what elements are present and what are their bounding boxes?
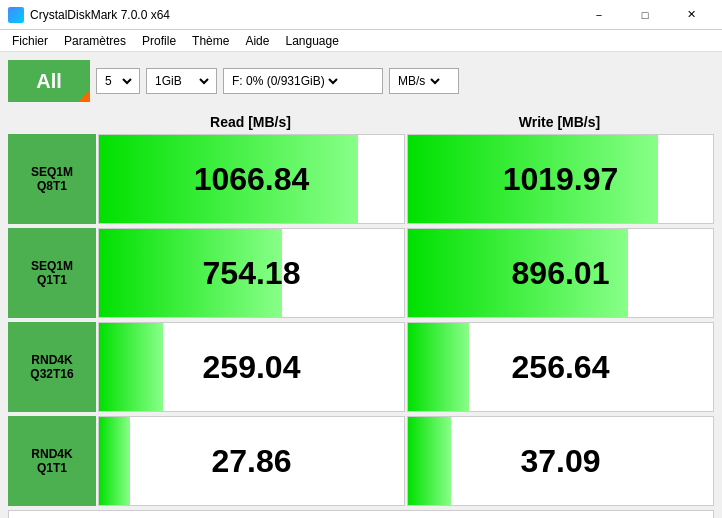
write-value-1: 896.01 — [512, 255, 610, 292]
row-label-0: SEQ1MQ8T1 — [8, 134, 96, 224]
unit-select-wrapper[interactable]: MB/sGB/sIOPSμs — [389, 68, 459, 94]
menu-bar: FichierParamètresProfileThèmeAideLanguag… — [0, 30, 722, 52]
count-select-wrapper[interactable]: 123510 — [96, 68, 140, 94]
write-cell-1: 896.01 — [407, 228, 714, 318]
read-value-1: 754.18 — [203, 255, 301, 292]
read-value-0: 1066.84 — [194, 161, 310, 198]
row-label-3: RND4KQ1T1 — [8, 416, 96, 506]
menu-item-aide[interactable]: Aide — [237, 32, 277, 50]
read-cell-1: 754.18 — [98, 228, 405, 318]
table-row: RND4KQ1T127.8637.09 — [8, 416, 714, 506]
menu-item-profile[interactable]: Profile — [134, 32, 184, 50]
drive-select-wrapper[interactable]: F: 0% (0/931GiB) — [223, 68, 383, 94]
write-cell-3: 37.09 — [407, 416, 714, 506]
write-value-3: 37.09 — [520, 443, 600, 480]
close-button[interactable]: ✕ — [668, 0, 714, 30]
write-header: Write [MB/s] — [405, 110, 714, 134]
read-header: Read [MB/s] — [96, 110, 405, 134]
minimize-button[interactable]: − — [576, 0, 622, 30]
read-value-2: 259.04 — [203, 349, 301, 386]
row-label-1: SEQ1MQ1T1 — [8, 228, 96, 318]
drive-select[interactable]: F: 0% (0/931GiB) — [228, 73, 341, 89]
toolbar: All 123510 512MiB1GiB2GiB4GiB8GiB16GiB32… — [8, 60, 714, 102]
menu-item-language[interactable]: Language — [277, 32, 346, 50]
menu-item-paramètres[interactable]: Paramètres — [56, 32, 134, 50]
all-button[interactable]: All — [8, 60, 90, 102]
read-value-3: 27.86 — [211, 443, 291, 480]
menu-item-thème[interactable]: Thème — [184, 32, 237, 50]
row-label-2: RND4KQ32T16 — [8, 322, 96, 412]
menu-item-fichier[interactable]: Fichier — [4, 32, 56, 50]
benchmark-rows: SEQ1MQ8T11066.841019.97SEQ1MQ1T1754.1889… — [8, 134, 714, 506]
size-select-wrapper[interactable]: 512MiB1GiB2GiB4GiB8GiB16GiB32GiB64GiB — [146, 68, 217, 94]
footer-bar — [8, 510, 714, 518]
unit-select[interactable]: MB/sGB/sIOPSμs — [394, 73, 443, 89]
app-title: CrystalDiskMark 7.0.0 x64 — [30, 8, 576, 22]
maximize-button[interactable]: □ — [622, 0, 668, 30]
write-cell-0: 1019.97 — [407, 134, 714, 224]
read-cell-2: 259.04 — [98, 322, 405, 412]
read-cell-0: 1066.84 — [98, 134, 405, 224]
app-icon — [8, 7, 24, 23]
table-row: SEQ1MQ8T11066.841019.97 — [8, 134, 714, 224]
write-value-0: 1019.97 — [503, 161, 619, 198]
table-row: SEQ1MQ1T1754.18896.01 — [8, 228, 714, 318]
count-select[interactable]: 123510 — [101, 73, 135, 89]
main-content: All 123510 512MiB1GiB2GiB4GiB8GiB16GiB32… — [0, 52, 722, 518]
write-cell-2: 256.64 — [407, 322, 714, 412]
title-bar: CrystalDiskMark 7.0.0 x64 − □ ✕ — [0, 0, 722, 30]
size-select[interactable]: 512MiB1GiB2GiB4GiB8GiB16GiB32GiB64GiB — [151, 73, 212, 89]
write-value-2: 256.64 — [512, 349, 610, 386]
column-headers: Read [MB/s] Write [MB/s] — [96, 110, 714, 134]
read-cell-3: 27.86 — [98, 416, 405, 506]
window-controls: − □ ✕ — [576, 0, 714, 30]
table-row: RND4KQ32T16259.04256.64 — [8, 322, 714, 412]
